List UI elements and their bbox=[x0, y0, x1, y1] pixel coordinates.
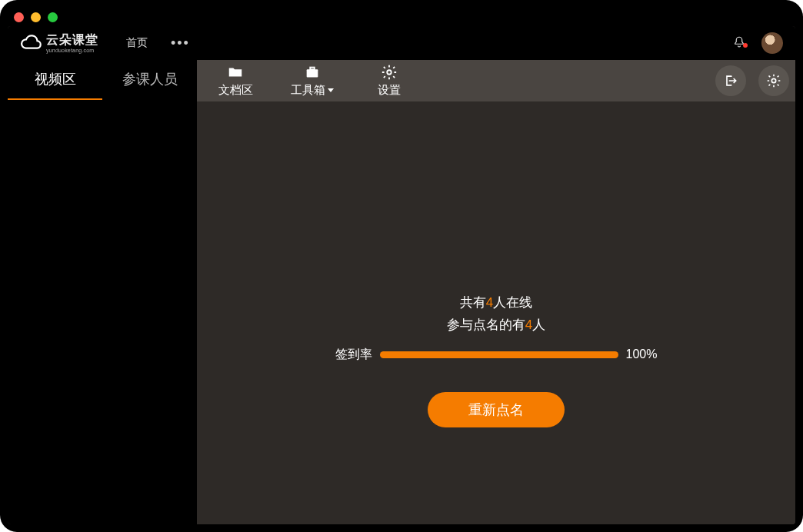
toolbar: 文档区 工具箱 设置 bbox=[197, 60, 795, 101]
rollcall-count: 参与点名的有4人 bbox=[447, 316, 545, 334]
svg-rect-1 bbox=[310, 68, 315, 70]
folder-icon bbox=[227, 64, 244, 81]
toolbox-icon bbox=[304, 64, 321, 81]
online-count: 共有4人在线 bbox=[460, 294, 532, 311]
gear-icon bbox=[381, 64, 398, 81]
sidebar: 视频区 参课人员 bbox=[8, 60, 197, 524]
gear-icon bbox=[766, 73, 781, 88]
svg-rect-0 bbox=[307, 69, 318, 77]
chevron-down-icon bbox=[328, 88, 334, 92]
settings-round-button[interactable] bbox=[758, 65, 789, 96]
rollcall-panel: 共有4人在线 参与点名的有4人 签到率 100% 重新点名 bbox=[197, 101, 795, 524]
sidebar-tab-video-label: 视频区 bbox=[35, 70, 76, 88]
sidebar-tab-participants-label: 参课人员 bbox=[122, 70, 178, 88]
traffic-min[interactable] bbox=[31, 12, 41, 22]
main-area: 文档区 工具箱 设置 bbox=[197, 60, 795, 524]
nav-more[interactable]: ••• bbox=[160, 35, 201, 52]
toolbar-toolbox-label: 工具箱 bbox=[291, 83, 325, 98]
toolbar-settings-label: 设置 bbox=[378, 83, 401, 98]
exit-button[interactable] bbox=[715, 65, 746, 96]
signin-rate-bar bbox=[380, 351, 618, 358]
nav-item-0[interactable]: 首页 bbox=[114, 26, 160, 60]
toolbar-doc-area[interactable]: 文档区 bbox=[197, 60, 274, 101]
top-nav: 云朵课堂 yunduoketang.com 首页 ••• bbox=[8, 26, 795, 60]
sidebar-tab-participants[interactable]: 参课人员 bbox=[102, 60, 197, 100]
traffic-close[interactable] bbox=[14, 12, 24, 22]
notification-dot bbox=[743, 43, 748, 48]
brand-logo[interactable]: 云朵课堂 yunduoketang.com bbox=[8, 34, 114, 53]
brand-name: 云朵课堂 bbox=[46, 34, 98, 46]
sidebar-tab-video[interactable]: 视频区 bbox=[8, 60, 102, 100]
toolbar-settings[interactable]: 设置 bbox=[351, 60, 428, 101]
notifications-icon[interactable] bbox=[721, 35, 757, 52]
rollcall-again-button[interactable]: 重新点名 bbox=[428, 392, 565, 427]
user-avatar[interactable] bbox=[761, 32, 783, 54]
signin-rate-pct: 100% bbox=[626, 347, 658, 361]
exit-icon bbox=[723, 73, 738, 88]
toolbar-doc-area-label: 文档区 bbox=[218, 83, 253, 98]
svg-point-2 bbox=[387, 70, 392, 75]
traffic-max[interactable] bbox=[48, 12, 58, 22]
svg-point-3 bbox=[771, 78, 775, 82]
signin-rate-label: 签到率 bbox=[335, 347, 372, 363]
brand-sub: yunduoketang.com bbox=[46, 48, 98, 53]
toolbar-toolbox[interactable]: 工具箱 bbox=[274, 60, 351, 101]
